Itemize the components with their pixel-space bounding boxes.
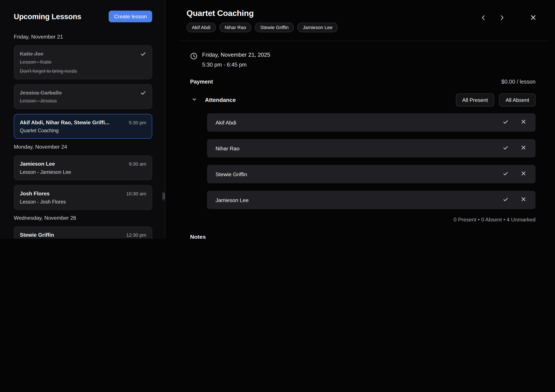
student-name: Akif Abdi (215, 119, 236, 125)
mark-absent-button[interactable] (520, 118, 527, 127)
mark-present-button[interactable] (502, 170, 510, 178)
lesson-subtitle: Lesson - Jamieson Lee (20, 169, 71, 175)
student-name: Stewie Griffin (215, 171, 247, 177)
attendee-chip[interactable]: Stewie Griffin (255, 23, 294, 32)
create-lesson-button[interactable]: Create lesson (109, 11, 152, 22)
notes-label: Notes (190, 234, 535, 239)
app-root: Upcoming Lessons Create lesson Friday, N… (0, 0, 555, 239)
lesson-group: Friday, November 21 Katie Joe Lesson - K… (14, 34, 152, 139)
attendance-collapse-button[interactable] (190, 95, 198, 105)
lesson-card-quartet-coaching[interactable]: Akif Abdi, Nihar Rao, Stewie Griffi... Q… (14, 114, 152, 139)
all-absent-button[interactable]: All Absent (499, 94, 536, 107)
lesson-card-text: Katie Joe Lesson - Katie Don't forget to… (20, 51, 77, 74)
lesson-card-katie-joe[interactable]: Katie Joe Lesson - Katie Don't forget to… (14, 45, 152, 79)
lesson-card-jamieson-lee[interactable]: Jamieson Lee Lesson - Jamieson Lee 9:30 … (14, 155, 152, 180)
payment-label: Payment (190, 79, 213, 85)
mark-absent-button[interactable] (520, 170, 527, 178)
lesson-card-text: Akif Abdi, Nihar Rao, Stewie Griffi... Q… (20, 119, 109, 134)
close-detail-button[interactable] (528, 13, 538, 23)
mark-present-button[interactable] (502, 118, 510, 127)
lesson-subtitle: Lesson - Katie (20, 59, 77, 65)
completed-check-icon (140, 51, 146, 74)
panel-resize-handle[interactable] (162, 192, 165, 200)
attendance-summary: 0 Present • 0 Absent • 4 Unmarked (190, 217, 535, 223)
lesson-time: 10:30 am (126, 190, 146, 205)
lesson-card-josh-flores[interactable]: Josh Flores Lesson - Josh Flores 10:30 a… (14, 185, 152, 210)
lesson-group: Wednesday, November 26 Stewie Griffin Le… (14, 215, 152, 239)
lesson-name: Akif Abdi, Nihar Rao, Stewie Griffi... (20, 119, 109, 125)
check-icon (503, 171, 509, 178)
attendance-actions (502, 170, 527, 178)
attendance-actions (502, 196, 527, 204)
lesson-card-text: Stewie Griffin Lesson - Stewie (20, 232, 55, 239)
chevron-right-icon (499, 15, 505, 22)
attendance-row: Jamieson Lee (207, 191, 536, 209)
payment-value: $0.00 / lesson (501, 79, 536, 85)
lesson-card-text: Jessica Carballo Lesson - Jessica (20, 90, 62, 104)
lesson-group: Monday, November 24 Jamieson Lee Lesson … (14, 144, 152, 210)
x-icon (521, 171, 526, 178)
schedule-text: Friday, November 21, 2025 5:30 pm - 6:45… (202, 52, 270, 68)
lesson-note: Don't forget to bring reeds (20, 68, 77, 74)
lesson-time: 12:30 pm (126, 232, 146, 239)
attendee-chips: Akif Abdi Nihar Rao Stewie Griffin Jamie… (187, 23, 548, 32)
student-name: Jamieson Lee (215, 197, 248, 203)
sidebar-title: Upcoming Lessons (14, 12, 81, 21)
lesson-time: 9:30 am (129, 161, 146, 175)
lesson-subtitle: Lesson - Josh Flores (20, 199, 66, 204)
mark-absent-button[interactable] (520, 196, 527, 204)
lesson-name: Stewie Griffin (20, 232, 55, 238)
x-icon (521, 145, 526, 152)
attendee-chip[interactable]: Nihar Rao (219, 23, 251, 32)
chevron-down-icon (191, 96, 197, 103)
upcoming-lessons-sidebar: Upcoming Lessons Create lesson Friday, N… (0, 0, 165, 239)
attendance-row: Nihar Rao (207, 139, 536, 157)
group-date-label: Friday, November 21 (14, 34, 152, 40)
lesson-subtitle: Lesson - Jessica (20, 98, 62, 104)
check-icon (503, 196, 509, 203)
lesson-date: Friday, November 21, 2025 (202, 52, 270, 58)
group-date-label: Monday, November 24 (14, 144, 152, 150)
group-date-label: Wednesday, November 26 (14, 215, 152, 221)
lesson-name: Jamieson Lee (20, 161, 71, 167)
lesson-card-jessica-carballo[interactable]: Jessica Carballo Lesson - Jessica (14, 84, 152, 109)
clock-icon (190, 52, 197, 61)
payment-row: Payment $0.00 / lesson (190, 79, 535, 85)
sidebar-header: Upcoming Lessons Create lesson (14, 11, 152, 22)
attendance-actions (502, 118, 527, 127)
mark-absent-button[interactable] (520, 144, 527, 152)
lesson-detail-panel: Quartet Coaching Akif Abdi Nihar Rao Ste… (165, 0, 555, 239)
attendance-actions (502, 144, 527, 152)
previous-lesson-button[interactable] (479, 13, 488, 23)
mark-present-button[interactable] (502, 196, 510, 204)
lesson-app: Upcoming Lessons Create lesson Friday, N… (0, 0, 555, 239)
lesson-card-stewie-griffin[interactable]: Stewie Griffin Lesson - Stewie 12:30 pm (14, 226, 152, 239)
detail-nav (479, 13, 538, 23)
lesson-subtitle: Quartet Coaching (20, 128, 109, 133)
check-icon (503, 119, 509, 126)
attendance-header: Attendance All Present All Absent (190, 94, 535, 107)
all-present-button[interactable]: All Present (456, 94, 494, 107)
schedule-row: Friday, November 21, 2025 5:30 pm - 6:45… (190, 52, 535, 68)
attendance-label: Attendance (205, 97, 236, 103)
lesson-card-text: Jamieson Lee Lesson - Jamieson Lee (20, 161, 71, 175)
chevron-left-icon (480, 15, 487, 22)
check-icon (503, 145, 509, 152)
lesson-name: Katie Joe (20, 51, 77, 57)
attendee-chip[interactable]: Akif Abdi (187, 23, 216, 32)
attendance-row: Akif Abdi (207, 113, 536, 132)
close-icon (530, 14, 536, 22)
mark-present-button[interactable] (502, 144, 510, 152)
attendee-chip[interactable]: Jamieson Lee (298, 23, 338, 32)
student-name: Nihar Rao (215, 145, 239, 151)
next-lesson-button[interactable] (497, 13, 506, 23)
lesson-card-text: Josh Flores Lesson - Josh Flores (20, 190, 66, 205)
lesson-time: 5:30 pm (129, 119, 146, 134)
attendance-row: Stewie Griffin (207, 165, 536, 183)
x-icon (521, 196, 526, 203)
x-icon (521, 119, 526, 126)
detail-content: Friday, November 21, 2025 5:30 pm - 6:45… (165, 41, 555, 239)
lesson-time-range: 5:30 pm - 6:45 pm (202, 62, 270, 68)
lesson-name: Jessica Carballo (20, 90, 62, 96)
lesson-name: Josh Flores (20, 190, 66, 196)
